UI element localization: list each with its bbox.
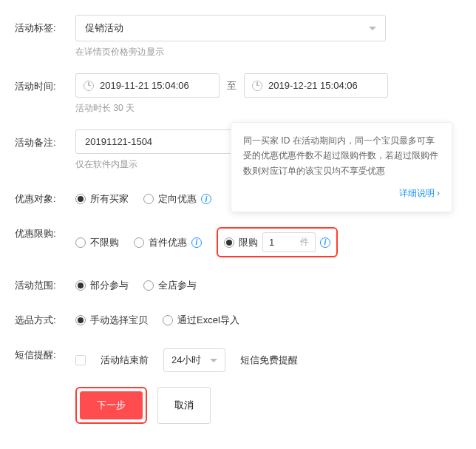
label-activity-time: 活动时间: [15,73,75,93]
start-time-input[interactable]: 2019-11-21 15:04:06 [75,73,220,98]
sms-note: 短信免费提醒 [240,354,298,367]
radio-icon [75,194,86,204]
radio-label: 不限购 [90,236,119,249]
start-time-value: 2019-11-21 15:04:06 [100,80,189,91]
radio-label: 首件优惠 [149,236,187,249]
limit-tooltip: 同一买家 ID 在活动期间内，同一个宝贝最多可享受的优惠优惠件数不超过限购件数，… [231,122,452,212]
radio-limit-qty[interactable]: 限购 [224,236,258,249]
label-discount-target: 优惠对象: [15,186,75,206]
sms-before-label: 活动结束前 [101,354,149,367]
radio-icon [134,237,144,248]
radio-icon [163,315,173,325]
chevron-down-icon [369,27,376,30]
limit-highlight: 限购 1 件 i [217,227,338,257]
radio-icon [75,280,86,291]
tooltip-link[interactable]: 详细说明 [243,186,440,200]
clock-icon [252,81,262,91]
info-icon[interactable]: i [320,237,330,248]
limit-qty-input[interactable]: 1 件 [262,232,316,252]
radio-icon [75,315,86,325]
activity-time-hint: 活动时长 30 天 [75,102,461,115]
label-sms-remind: 短信提醒: [15,342,75,362]
sms-time-select[interactable]: 24小时 [163,348,225,372]
radio-icon [75,237,86,248]
radio-label: 定向优惠 [158,192,197,206]
radio-excel-import[interactable]: 通过Excel导入 [163,314,239,327]
radio-label: 限购 [239,236,258,249]
radio-label: 全店参与 [158,279,197,292]
activity-tag-select[interactable]: 促销活动 [75,15,386,41]
radio-partial[interactable]: 部分参与 [75,279,129,292]
label-activity-tag: 活动标签: [15,15,75,35]
clock-icon [84,81,94,91]
radio-label: 部分参与 [90,279,129,292]
sms-time-value: 24小时 [171,354,201,367]
radio-first-item[interactable]: 首件优惠 i [134,236,202,249]
radio-all-buyers[interactable]: 所有买家 [75,192,129,206]
to-label: 至 [227,79,237,92]
limit-qty-value: 1 [269,237,274,248]
radio-label: 所有买家 [90,192,129,206]
activity-tag-value: 促销活动 [85,21,123,35]
radio-no-limit[interactable]: 不限购 [75,236,119,249]
label-discount-limit: 优惠限购: [15,220,75,240]
label-select-method: 选品方式: [15,307,75,327]
radio-icon [143,194,154,204]
activity-tag-hint: 在详情页价格旁边显示 [75,46,461,58]
cancel-button[interactable]: 取消 [157,387,211,424]
next-button[interactable]: 下一步 [80,391,143,419]
limit-unit: 件 [300,236,309,249]
radio-all-store[interactable]: 全店参与 [143,279,197,292]
label-activity-scope: 活动范围: [15,272,75,292]
radio-targeted[interactable]: 定向优惠 i [143,192,211,206]
label-activity-note: 活动备注: [15,129,75,149]
chevron-down-icon [210,359,217,362]
radio-label: 通过Excel导入 [177,314,239,327]
next-button-highlight: 下一步 [75,387,147,424]
info-icon[interactable]: i [191,237,202,248]
radio-icon [224,237,234,248]
end-time-value: 2019-12-21 15:04:06 [268,80,358,91]
info-icon[interactable]: i [201,194,211,204]
radio-label: 手动选择宝贝 [90,314,148,327]
radio-manual-select[interactable]: 手动选择宝贝 [75,314,148,327]
activity-note-value: 20191121-1504 [85,136,152,147]
sms-checkbox[interactable] [75,355,86,365]
tooltip-text: 同一买家 ID 在活动期间内，同一个宝贝最多可享受的优惠优惠件数不超过限购件数，… [243,135,438,176]
end-time-input[interactable]: 2019-12-21 15:04:06 [244,73,388,98]
radio-icon [143,280,154,291]
